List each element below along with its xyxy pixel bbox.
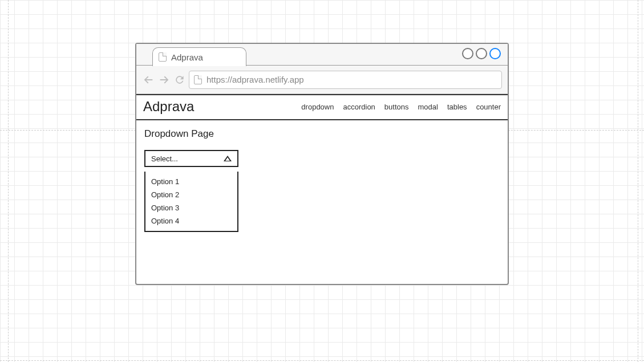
url-bar[interactable]: https://adprava.netlify.app	[189, 71, 502, 89]
nav-link-tables[interactable]: tables	[447, 103, 467, 111]
tab-strip: Adprava	[136, 44, 508, 66]
nav-links: dropdown accordion buttons modal tables …	[301, 103, 501, 111]
dropdown: Select... Option 1 Option 2 Option 3 Opt…	[144, 150, 238, 232]
dropdown-option[interactable]: Option 1	[151, 175, 232, 188]
nav-link-accordion[interactable]: accordion	[343, 103, 375, 111]
page-navbar: Adprava dropdown accordion buttons modal…	[136, 95, 508, 120]
window-close[interactable]	[489, 48, 501, 59]
browser-tab[interactable]: Adprava	[152, 47, 246, 66]
guide-line	[0, 360, 644, 361]
page-brand: Adprava	[143, 99, 194, 115]
forward-icon[interactable]	[158, 74, 171, 86]
page-body: Dropdown Page Select... Option 1 Option …	[136, 120, 508, 240]
page-content: Adprava dropdown accordion buttons modal…	[136, 94, 508, 240]
url-text: https://adprava.netlify.app	[206, 75, 304, 84]
nav-link-buttons[interactable]: buttons	[384, 103, 409, 111]
browser-window: Adprava https://adprava.netlify.app Adpr…	[135, 43, 509, 285]
nav-link-modal[interactable]: modal	[418, 103, 438, 111]
dropdown-placeholder: Select...	[151, 154, 178, 163]
page-icon	[159, 52, 167, 62]
guide-line	[638, 0, 638, 362]
window-controls	[462, 48, 501, 59]
chevron-up-icon	[224, 156, 232, 161]
window-maximize[interactable]	[476, 48, 487, 59]
window-minimize[interactable]	[462, 48, 473, 59]
browser-toolbar: https://adprava.netlify.app	[136, 66, 508, 94]
nav-link-dropdown[interactable]: dropdown	[301, 103, 334, 111]
dropdown-menu: Option 1 Option 2 Option 3 Option 4	[144, 172, 238, 232]
refresh-icon[interactable]	[174, 74, 185, 86]
nav-link-counter[interactable]: counter	[476, 103, 501, 111]
dropdown-option[interactable]: Option 3	[151, 201, 232, 214]
page-heading: Dropdown Page	[144, 128, 500, 140]
back-icon[interactable]	[142, 74, 155, 86]
dropdown-option[interactable]: Option 2	[151, 188, 232, 201]
page-icon	[194, 75, 202, 84]
dropdown-option[interactable]: Option 4	[151, 214, 232, 227]
guide-line	[8, 0, 9, 362]
dropdown-toggle[interactable]: Select...	[144, 150, 238, 167]
tab-title: Adprava	[171, 52, 203, 62]
